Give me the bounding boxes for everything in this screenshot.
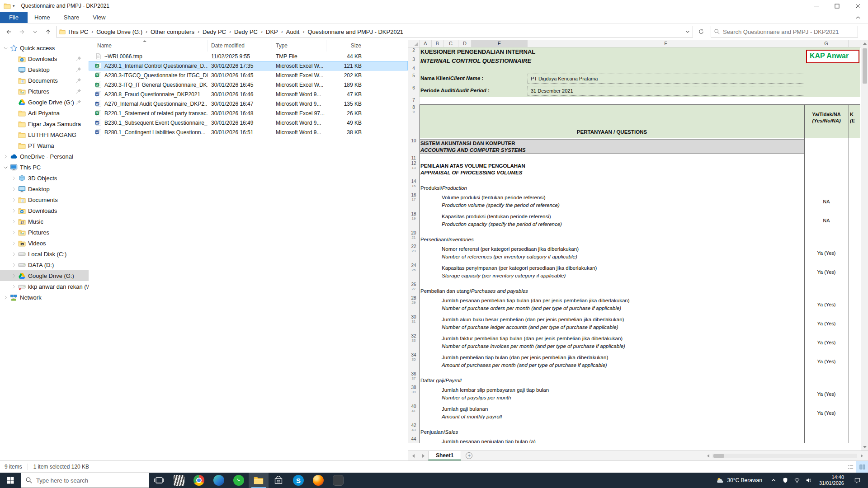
row-number-2[interactable]: 2 bbox=[408, 47, 420, 56]
column-header-date-modified[interactable]: Date modified bbox=[208, 40, 272, 52]
chevron-right-icon[interactable] bbox=[11, 240, 17, 246]
breadcrumb-item[interactable]: Other computers bbox=[151, 28, 194, 35]
ribbon-collapse-icon[interactable] bbox=[855, 15, 861, 20]
chevron-right-icon[interactable] bbox=[11, 197, 17, 203]
row-number-20[interactable]: 2021 bbox=[408, 230, 420, 244]
explorer-app-icon[interactable] bbox=[249, 473, 269, 488]
row-number-32[interactable]: 3233 bbox=[408, 333, 420, 352]
sidebar-item-data-d[interactable]: DATA (D:) bbox=[0, 259, 89, 270]
breadcrumb-item[interactable]: Dedy PC bbox=[234, 28, 258, 35]
file-row[interactable]: XA230.3-ITQ_IT General Questionnaire_DK.… bbox=[89, 80, 408, 89]
answer-cell[interactable]: Ya (Yes) bbox=[804, 410, 849, 416]
refresh-button[interactable] bbox=[695, 26, 707, 38]
row-number-3[interactable]: 3 bbox=[408, 56, 420, 66]
select-all-corner[interactable] bbox=[408, 40, 420, 47]
field-value[interactable]: 31 Desember 2021 bbox=[528, 86, 804, 96]
menu-file[interactable]: File bbox=[0, 12, 28, 23]
field-value[interactable]: PT Digdaya Kencana Pratama bbox=[528, 74, 804, 84]
sheet-column-A[interactable]: A bbox=[420, 40, 432, 47]
network-icon[interactable] bbox=[791, 473, 803, 488]
row-number-42[interactable]: 4243 bbox=[408, 422, 420, 436]
chevron-right-icon[interactable] bbox=[11, 284, 17, 290]
row-number-5[interactable]: 5 bbox=[408, 73, 420, 85]
chevron-right-icon[interactable] bbox=[11, 78, 17, 84]
chevron-right-icon[interactable] bbox=[11, 251, 17, 257]
up-button[interactable] bbox=[42, 26, 54, 38]
row-number-28[interactable]: 2829 bbox=[408, 295, 420, 314]
sidebar-item-documents[interactable]: Documents bbox=[0, 75, 89, 86]
chevron-right-icon[interactable] bbox=[11, 67, 17, 73]
row-number-11[interactable]: 11 bbox=[408, 155, 420, 160]
breadcrumb-item[interactable]: This PC bbox=[67, 28, 88, 35]
security-shield-icon[interactable] bbox=[779, 473, 791, 488]
sheet-nav-right-icon[interactable] bbox=[418, 451, 428, 460]
sidebar-item-desktop[interactable]: Desktop bbox=[0, 64, 89, 75]
menu-home[interactable]: Home bbox=[28, 12, 57, 23]
details-view-button[interactable] bbox=[844, 461, 856, 473]
recent-locations-caret-icon[interactable] bbox=[29, 26, 41, 38]
sidebar-item-pictures[interactable]: Pictures bbox=[0, 86, 89, 97]
row-number-34[interactable]: 3435 bbox=[408, 352, 420, 371]
vertical-scroll-thumb[interactable] bbox=[863, 48, 867, 84]
address-dropdown-icon[interactable] bbox=[684, 28, 691, 35]
row-number-10[interactable]: 10 bbox=[408, 138, 420, 155]
answer-cell[interactable]: NA bbox=[804, 199, 849, 204]
chevron-right-icon[interactable] bbox=[11, 186, 17, 192]
preview-vertical-scrollbar[interactable] bbox=[861, 40, 868, 450]
sheet-column-C[interactable]: C bbox=[443, 40, 458, 47]
menu-view[interactable]: View bbox=[86, 12, 112, 23]
scroll-down-icon[interactable] bbox=[861, 443, 868, 450]
breadcrumb-item[interactable]: Google Drive (G:) bbox=[96, 28, 142, 35]
sidebar-item-google-drive-g[interactable]: Google Drive (G:) bbox=[0, 270, 89, 281]
volume-icon[interactable] bbox=[803, 473, 815, 488]
explorer-search-input[interactable] bbox=[723, 28, 855, 35]
column-header-name[interactable]: Name bbox=[89, 40, 208, 52]
back-button[interactable] bbox=[3, 26, 15, 38]
sidebar-section-quick-access[interactable]: Quick access bbox=[0, 42, 89, 53]
horizontal-scroll-thumb[interactable] bbox=[713, 454, 724, 458]
row-number-22[interactable]: 2223 bbox=[408, 244, 420, 263]
chevron-right-icon[interactable] bbox=[11, 273, 17, 279]
row-number-30[interactable]: 3031 bbox=[408, 314, 420, 333]
skype-app-icon[interactable]: S bbox=[288, 473, 308, 488]
column-header-size[interactable]: Size bbox=[326, 40, 366, 52]
row-number-8[interactable]: 89 bbox=[408, 104, 420, 138]
sidebar-item-kkp-anwar-dan-rekan-1[interactable]: kkp anwar dan rekan (\\1 bbox=[0, 281, 89, 292]
row-number-4[interactable]: 4 bbox=[408, 66, 420, 73]
file-row[interactable]: WB280.1_Contingent Liabilities Questionn… bbox=[89, 127, 408, 137]
answer-cell[interactable]: NA bbox=[804, 218, 849, 223]
chevron-right-icon[interactable] bbox=[11, 99, 17, 105]
sidebar-section-network[interactable]: Network bbox=[0, 292, 89, 303]
start-button[interactable] bbox=[0, 473, 21, 488]
chevron-right-icon[interactable] bbox=[3, 154, 9, 160]
chevron-right-icon[interactable] bbox=[11, 143, 17, 149]
row-number-16[interactable]: 1617 bbox=[408, 192, 420, 211]
thumbnails-view-button[interactable] bbox=[856, 461, 868, 473]
show-desktop-button[interactable] bbox=[866, 473, 868, 488]
answer-cell[interactable]: Ya (Yes) bbox=[804, 321, 849, 326]
clock[interactable]: 14:40 31/01/2026 bbox=[815, 473, 849, 488]
file-row[interactable]: ~WRL0066.tmp 11/02/2025 9:55 TMP File 44… bbox=[89, 52, 408, 61]
breadcrumb-item[interactable]: Dedy PC bbox=[203, 28, 226, 35]
row-number-38[interactable]: 3839 bbox=[408, 385, 420, 404]
row-number-18[interactable]: 1819 bbox=[408, 211, 420, 230]
scroll-right-icon[interactable] bbox=[858, 453, 865, 459]
sheet-column-partial[interactable] bbox=[849, 40, 860, 47]
quick-access-toolbar-caret-icon[interactable]: ▾ bbox=[13, 4, 15, 8]
breadcrumb-item[interactable]: DKP bbox=[266, 28, 278, 35]
breadcrumb-item[interactable]: Questionnaire and PMPJ - DKP2021 bbox=[307, 28, 403, 35]
whatsapp-app-icon[interactable] bbox=[229, 473, 249, 488]
file-row[interactable]: WB230.1_Subsequent Event Questionnaire_.… bbox=[89, 118, 408, 127]
close-button[interactable] bbox=[847, 0, 868, 12]
row-number-6[interactable]: 6 bbox=[408, 85, 420, 97]
sidebar-item-music[interactable]: Music bbox=[0, 216, 89, 227]
file-row[interactable]: WA230.8_Fraud Questionnaire_DKP2021 30/0… bbox=[89, 89, 408, 99]
sidebar-item-documents[interactable]: Documents bbox=[0, 194, 89, 205]
chevron-right-icon[interactable] bbox=[11, 230, 17, 235]
file-row[interactable]: WA270_Internal Audit Questionnaire_DKP2.… bbox=[89, 99, 408, 108]
sidebar-item-downloads[interactable]: Downloads bbox=[0, 205, 89, 216]
sidebar-item-adi-priyatna[interactable]: Adi Priyatna bbox=[0, 108, 89, 118]
forward-button[interactable] bbox=[16, 26, 28, 38]
weather-widget[interactable]: 30°C Berawan bbox=[711, 473, 768, 488]
taskbar-search-box[interactable] bbox=[21, 473, 149, 488]
